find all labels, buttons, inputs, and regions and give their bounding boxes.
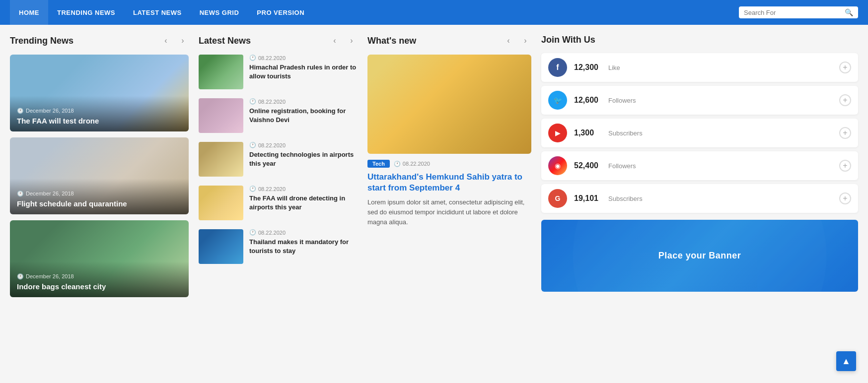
facebook-letter: f [556,63,559,72]
instagram-icon[interactable]: ◉ [548,156,567,175]
search-icon[interactable]: 🔍 [845,8,853,16]
nav-news-grid[interactable]: NEWS GRID [191,0,248,25]
twitter-count: 12,600 [574,96,601,105]
youtube-plus-button[interactable]: + [839,127,851,139]
latest-section: Latest News ‹ › 🕐 08.22.2020 Himachal Pr… [199,35,358,303]
clock-icon-2: 🕐 [17,191,24,197]
latest-item-3-content: 🕐 08.22.2020 Detecting technologies in a… [249,142,358,168]
twitter-label: Followers [608,97,832,104]
trending-card-1-date: 🕐 December 26, 2018 [17,108,182,114]
trending-card-2-overlay: 🕐 December 26, 2018 Flight schedule and … [10,179,189,215]
whatsnew-article-title[interactable]: Uttarakhand's Hemkund Sahib yatra to sta… [367,172,531,193]
whatsnew-section: What's new ‹ › Tech 🕐 08.22.2020 Uttarak… [367,35,531,303]
clock-icon-wn: 🕐 [394,161,401,167]
twitter-letter: 🐦 [554,96,562,104]
latest-item-5-content: 🕐 08.22.2020 Thailand makes it mandatory… [249,229,358,255]
nav-latest-news[interactable]: LATEST NEWS [124,0,191,25]
latest-item-2-content: 🕐 08.22.2020 Online registration, bookin… [249,98,358,124]
latest-item-2-image [199,98,243,133]
trending-next-arrow[interactable]: › [177,35,189,47]
latest-item-5: 🕐 08.22.2020 Thailand makes it mandatory… [199,229,358,264]
nav-home[interactable]: HOME [10,0,48,25]
main-content: Trending News ‹ › 🕐 December 26, 2018 Th… [0,25,868,313]
latest-item-5-image [199,229,243,264]
clock-icon-l1: 🕐 [249,55,256,61]
latest-item-1-content: 🕐 08.22.2020 Himachal Pradesh rules in o… [249,55,358,80]
trending-section: Trending News ‹ › 🕐 December 26, 2018 Th… [10,35,189,303]
latest-item-3-title[interactable]: Detecting technologies in airports this … [249,150,358,168]
clock-icon-l2: 🕐 [249,98,256,105]
latest-item-1-image [199,55,243,89]
search-input[interactable] [744,9,842,16]
nav-pro-version[interactable]: PRO VERSION [248,0,313,25]
trending-card-3-date: 🕐 December 26, 2018 [17,273,182,280]
join-header: Join With Us [541,35,858,45]
trending-card-1[interactable]: 🕐 December 26, 2018 The FAA will test dr… [10,55,189,131]
nav-trending-news[interactable]: TRENDING NEWS [48,0,124,25]
trending-card-3-overlay: 🕐 December 26, 2018 Indore bags cleanest… [10,261,189,298]
whatsnew-title: What's new [367,36,498,46]
latest-next-arrow[interactable]: › [346,35,358,47]
latest-item-1-date: 🕐 08.22.2020 [249,55,358,61]
latest-item-4-date: 🕐 08.22.2020 [249,186,358,192]
trending-card-3[interactable]: 🕐 December 26, 2018 Indore bags cleanest… [10,220,189,297]
trending-card-2-title: Flight schedule and quarantine [17,199,182,209]
youtube-icon[interactable]: ▶ [548,124,567,142]
latest-item-3-date: 🕐 08.22.2020 [249,142,358,148]
social-row-google: G 19,101 Subscribers + [541,184,858,213]
google-plus-button[interactable]: + [839,192,851,204]
whatsnew-header: What's new ‹ › [367,35,531,47]
instagram-letter: ◉ [555,162,561,170]
trending-card-2-date: 🕐 December 26, 2018 [17,191,182,197]
trending-card-1-overlay: 🕐 December 26, 2018 The FAA will test dr… [10,96,189,132]
clock-icon-1: 🕐 [17,108,24,114]
latest-title: Latest News [199,36,324,46]
clock-icon-3: 🕐 [17,273,24,280]
latest-header: Latest News ‹ › [199,35,358,47]
banner-ad[interactable]: Place your Banner [541,220,858,292]
navbar: HOME TRENDING NEWS LATEST NEWS NEWS GRID… [0,0,868,25]
twitter-icon[interactable]: 🐦 [548,91,567,110]
search-box: 🔍 [739,6,858,18]
facebook-plus-button[interactable]: + [839,62,851,73]
trending-title: Trending News [10,36,155,46]
instagram-plus-button[interactable]: + [839,160,851,172]
latest-item-1-title[interactable]: Himachal Pradesh rules in order to allow… [249,63,358,80]
latest-item-2-date: 🕐 08.22.2020 [249,98,358,105]
trending-card-2[interactable]: 🕐 December 26, 2018 Flight schedule and … [10,137,189,214]
latest-item-3-image [199,142,243,177]
facebook-label: Like [608,64,832,71]
join-title: Join With Us [541,35,858,45]
instagram-count: 52,400 [574,161,601,170]
latest-item-4-content: 🕐 08.22.2020 The FAA will drone detectin… [249,186,358,211]
latest-item-4-title[interactable]: The FAA will drone detecting in airports… [249,194,358,211]
latest-item-2-title[interactable]: Online registration, booking for Vaishno… [249,107,358,124]
social-row-youtube: ▶ 1,300 Subscribers + [541,119,858,147]
twitter-plus-button[interactable]: + [839,94,851,106]
latest-item-4-image [199,186,243,220]
latest-item-2: 🕐 08.22.2020 Online registration, bookin… [199,98,358,133]
nav-items: HOME TRENDING NEWS LATEST NEWS NEWS GRID… [10,0,739,25]
social-row-facebook: f 12,300 Like + [541,53,858,82]
latest-prev-arrow[interactable]: ‹ [329,35,341,47]
latest-item-4: 🕐 08.22.2020 The FAA will drone detectin… [199,186,358,220]
social-row-twitter: 🐦 12,600 Followers + [541,86,858,115]
join-section: Join With Us f 12,300 Like + 🐦 12,600 Fo… [541,35,858,303]
trending-card-3-title: Indore bags cleanest city [17,282,182,292]
youtube-label: Subscribers [608,129,832,137]
latest-item-5-title[interactable]: Thailand makes it mandatory for tourists… [249,238,358,255]
whatsnew-badge[interactable]: Tech [367,160,390,168]
whatsnew-meta: Tech 🕐 08.22.2020 [367,160,531,168]
latest-item-1: 🕐 08.22.2020 Himachal Pradesh rules in o… [199,55,358,89]
whatsnew-prev-arrow[interactable]: ‹ [503,35,514,47]
latest-item-3: 🕐 08.22.2020 Detecting technologies in a… [199,142,358,177]
google-icon[interactable]: G [548,189,567,208]
whatsnew-next-arrow[interactable]: › [519,35,531,47]
trending-prev-arrow[interactable]: ‹ [160,35,172,47]
whatsnew-date: 🕐 08.22.2020 [394,161,430,167]
facebook-icon[interactable]: f [548,58,567,77]
latest-item-5-date: 🕐 08.22.2020 [249,229,358,236]
clock-icon-l5: 🕐 [249,229,256,236]
instagram-label: Followers [608,162,832,170]
google-count: 19,101 [574,194,601,203]
